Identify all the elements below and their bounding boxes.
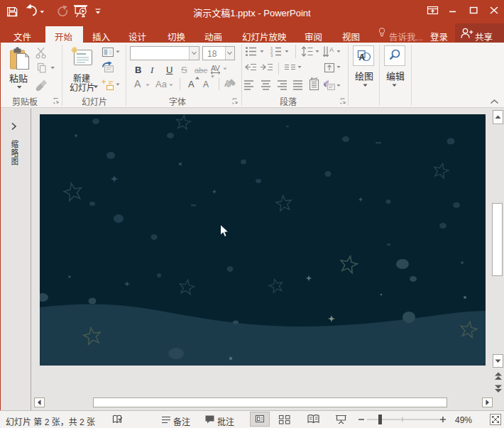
- svg-text:A: A: [359, 53, 366, 62]
- svg-text:3: 3: [270, 53, 273, 57]
- svg-text:A: A: [329, 46, 334, 53]
